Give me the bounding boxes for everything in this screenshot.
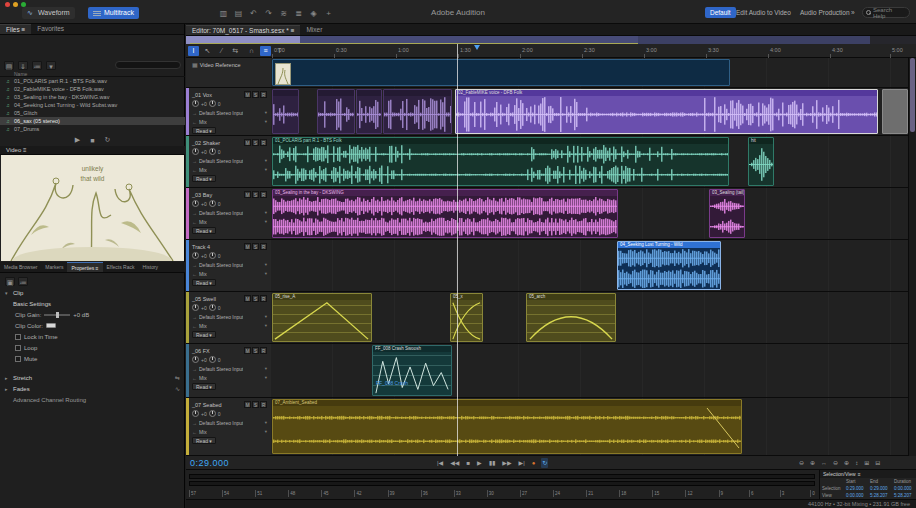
zoom-out-vertical-icon[interactable]: ⊖ [832,458,839,468]
track-name[interactable]: _02 Shaker [192,140,220,146]
clip-gain-slider[interactable] [44,314,70,316]
output-selector[interactable]: Mix [199,271,207,277]
move-tool[interactable]: ↖ [202,46,213,56]
zoom-vertical-icon[interactable]: ↕ [854,458,859,468]
automation-mode-dropdown[interactable]: Read ▾ [192,127,216,134]
zoom-full-icon[interactable]: ⊟ [874,458,881,468]
tab-files[interactable]: Files ≡ [0,24,31,34]
audio-clip-selected[interactable]: 02_FableMIKE voice - DFB Folk [455,89,878,134]
audio-clip[interactable] [272,89,299,134]
clip-color-swatch[interactable] [46,323,56,328]
audio-clip[interactable]: 03_Sealing in the bay - DKSWING [272,189,618,238]
file-row[interactable]: ♫05_Glitch [0,109,185,117]
skip-to-start-button[interactable]: |◀ [436,458,444,468]
tab-effects-rack[interactable]: Effects Rack [103,262,139,272]
tab-properties[interactable]: Properties ≡ [67,262,102,272]
volume-knob[interactable] [192,252,199,259]
video-track-lane[interactable] [270,58,908,88]
add-icon[interactable]: + [323,8,334,19]
volume-knob[interactable] [192,356,199,363]
tab-media-browser[interactable]: Media Browser [0,262,41,272]
file-row[interactable]: ♫01_POLARIS part R.1 - BTS Folk.wav [0,77,185,85]
scrollbar-thumb[interactable] [910,58,915,132]
mute-button[interactable]: M [244,295,251,302]
input-selector[interactable]: Default Stereo Input [199,210,243,216]
automation-mode-dropdown[interactable]: Read ▾ [192,437,216,444]
audio-clip[interactable]: 03_Sealing (tail) [709,189,745,238]
list-view-icon[interactable]: ≔ [32,61,42,70]
pan-knob[interactable] [209,356,216,363]
pan-knob[interactable] [209,100,216,107]
minimize-window-icon[interactable] [13,2,18,7]
track-name[interactable]: _01 Vox [192,92,212,98]
input-selector[interactable]: Default Stereo Input [199,314,243,320]
mute-button[interactable]: M [244,91,251,98]
video-track-header[interactable]: ▦Video Reference [186,58,270,88]
pan-knob[interactable] [209,304,216,311]
automation-mode-dropdown[interactable]: Read ▾ [192,331,216,338]
automation-mode-dropdown[interactable]: Read ▾ [192,227,216,234]
video-clip[interactable] [272,59,730,86]
arm-record-button[interactable]: R [260,243,267,250]
files-search-input[interactable] [115,61,181,69]
solo-button[interactable]: S [252,139,259,146]
solo-button[interactable]: S [252,401,259,408]
sort-menu-icon[interactable]: ▾ [46,61,56,70]
stop-button[interactable]: ■ [465,458,471,468]
solo-button[interactable]: S [252,91,259,98]
arm-record-button[interactable]: R [260,91,267,98]
automation-mode-dropdown[interactable]: Read ▾ [192,175,216,182]
rewind-button[interactable]: ◀◀ [449,458,460,468]
timecode-display[interactable]: 0:29.000 [190,458,229,468]
output-selector[interactable]: Mix [199,119,207,125]
track-lane[interactable]: 03_Sealing in the bay - DKSWING 03_Seali… [270,188,908,240]
arm-record-button[interactable]: R [260,191,267,198]
workspace-production-button[interactable]: Audio Production [800,9,850,16]
tab-favorites[interactable]: Favorites [31,24,70,34]
pin-properties-icon[interactable]: ≔ [18,277,28,286]
workspace-overflow-icon[interactable]: » [851,9,855,16]
play-button[interactable]: ▶ [476,458,483,468]
audio-clip[interactable]: FF_008 Crash Swoosh FF_008 Crash [372,345,452,396]
input-selector[interactable]: Default Stereo Input [199,110,243,116]
vertical-scrollbar[interactable] [908,58,916,456]
input-selector[interactable]: Default Stereo Input [199,420,243,426]
mute-button[interactable]: M [244,139,251,146]
solo-button[interactable]: S [252,295,259,302]
fast-forward-button[interactable]: ▶▶ [501,458,512,468]
arm-record-button[interactable]: R [260,347,267,354]
lock-in-time-checkbox[interactable] [15,334,21,340]
pan-knob[interactable] [209,148,216,155]
mixdown-icon[interactable]: ≋ [278,8,289,19]
automation-mode-dropdown[interactable]: Read ▾ [192,279,216,286]
file-row[interactable]: ♫02_FableMIKE voice - DFB Folk.wav [0,85,185,93]
preview-play-icon[interactable]: ▶ [75,136,80,144]
audio-clip[interactable]: 05_x [450,293,483,342]
automation-mode-dropdown[interactable]: Read ▾ [192,383,216,390]
output-selector[interactable]: Mix [199,167,207,173]
track-name[interactable]: _07 Seabed [192,402,222,408]
track-lane[interactable]: 01_POLARIS part R.1 - BTS Folk hit [270,136,908,188]
workspace-default-button[interactable]: Default [705,7,736,18]
mute-checkbox[interactable] [15,356,21,362]
output-selector[interactable]: Mix [199,323,207,329]
audio-clip-selected[interactable]: 04_Seeking Lost Turning - Wild [617,241,721,290]
audio-clip[interactable]: hit [748,137,774,186]
pan-knob[interactable] [209,200,216,207]
output-selector[interactable]: Mix [199,429,207,435]
solo-button[interactable]: S [252,243,259,250]
output-selector[interactable]: Mix [199,219,207,225]
stretch-toggle-icon[interactable]: ⇆ [175,374,180,381]
zoom-horizontal-icon[interactable]: ↔ [820,458,828,468]
arm-record-button[interactable]: R [260,401,267,408]
track-lane[interactable]: 07_Ambient_Seabed [270,398,908,456]
time-selection-tool[interactable]: I [188,46,199,56]
audio-clip[interactable] [383,89,452,134]
audio-clip[interactable]: 01_POLARIS part R.1 - BTS Folk [272,137,729,186]
file-row[interactable]: ♫03_Sealing in the bay - DKSWING.wav [0,93,185,101]
mute-button[interactable]: M [244,347,251,354]
record-button[interactable]: ● [531,458,537,468]
audio-clip[interactable] [317,89,355,134]
chevron-right-icon[interactable]: ▸ [5,375,10,381]
audio-clip[interactable]: 05_rise_A [272,293,372,342]
